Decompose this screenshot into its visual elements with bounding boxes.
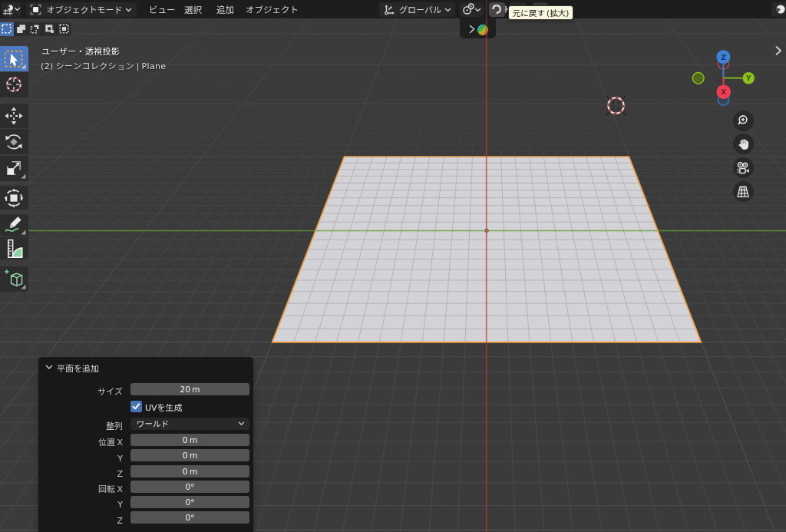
align-value: ワールド bbox=[137, 418, 169, 429]
menu-select[interactable]: 選択 bbox=[184, 0, 202, 18]
expand-right-icon[interactable] bbox=[468, 25, 476, 34]
tool-rotate[interactable] bbox=[0, 129, 28, 154]
location-x-label: 位置 X bbox=[38, 435, 123, 448]
transform-orientation-icon bbox=[384, 4, 395, 15]
material-preview-sphere-icon bbox=[477, 24, 489, 36]
gizmo-z-label: Z bbox=[721, 54, 726, 61]
generate-uv-checkbox[interactable] bbox=[130, 401, 142, 412]
context-path-label: (2) シーンコレクション | Plane bbox=[41, 59, 166, 72]
subtool-corner-mark bbox=[21, 173, 26, 179]
magnet-icon bbox=[490, 3, 503, 15]
nav-camera-button[interactable] bbox=[733, 157, 754, 178]
header-right-partial-button[interactable] bbox=[771, 2, 786, 17]
editor-type-button[interactable] bbox=[2, 2, 22, 17]
tool-select-box[interactable] bbox=[0, 46, 28, 71]
generate-uv-row: UVを生成 bbox=[130, 401, 183, 413]
select-mode-intersect[interactable] bbox=[57, 22, 71, 37]
select-extend-icon bbox=[16, 24, 26, 34]
axis-neg-y-ball[interactable] bbox=[692, 72, 704, 84]
location-x-field[interactable]: 0 m bbox=[130, 434, 249, 446]
panel-header[interactable]: 平面を追加 bbox=[45, 362, 99, 374]
chevron-down-icon bbox=[444, 8, 451, 12]
nav-pan-button[interactable] bbox=[733, 134, 754, 154]
select-mode-options bbox=[0, 22, 71, 37]
object-mode-icon bbox=[30, 4, 41, 15]
tooltip-text: 元に戻す (拡大) bbox=[513, 7, 570, 18]
menu-view[interactable]: ビュー bbox=[149, 0, 176, 18]
pivot-point-icon bbox=[462, 3, 474, 15]
gizmo-y-label: Y bbox=[745, 74, 751, 82]
tool-transform[interactable] bbox=[0, 186, 28, 210]
transform-orientation-dropdown[interactable]: グローバル bbox=[379, 2, 455, 17]
tool-add-cube[interactable] bbox=[0, 266, 28, 292]
select-subtract-icon bbox=[30, 24, 40, 34]
chevron-down-icon bbox=[474, 8, 481, 12]
size-label: サイズ bbox=[38, 385, 123, 397]
subtool-corner-mark bbox=[21, 230, 26, 235]
select-mode-extend[interactable] bbox=[15, 22, 29, 37]
subtool-corner-mark bbox=[21, 284, 26, 289]
menu-add[interactable]: 追加 bbox=[216, 0, 234, 18]
camera-icon bbox=[735, 160, 751, 176]
location-z-label: Z bbox=[38, 467, 123, 479]
align-label: 整列 bbox=[38, 419, 123, 431]
operator-panel-add-plane: 平面を追加 サイズ 20 m UVを生成 整列 ワールド 位置 X 0 m Y … bbox=[38, 357, 253, 532]
blender-window: オブジェクトモード ビュー 選択 追加 オブジェクト グローバル bbox=[0, 0, 786, 532]
mode-selector[interactable]: オブジェクトモード bbox=[26, 2, 137, 17]
generate-uv-label: UVを生成 bbox=[145, 401, 183, 413]
rotation-y-label: Y bbox=[38, 497, 123, 510]
navigation-axis-gizmo[interactable]: Z Y X bbox=[685, 41, 762, 111]
sidebar-expand-icon[interactable] bbox=[774, 45, 783, 56]
nav-perspective-button[interactable] bbox=[733, 181, 754, 202]
mode-label: オブジェクトモード bbox=[47, 2, 123, 17]
measure-tool-icon bbox=[3, 238, 25, 259]
zoom-icon bbox=[736, 114, 750, 127]
rotation-x-label: 回転 X bbox=[38, 482, 123, 494]
perspective-grid-icon bbox=[735, 184, 751, 200]
rotate-tool-icon bbox=[3, 131, 25, 153]
pivot-point-dropdown[interactable] bbox=[460, 2, 484, 17]
panel-collapse-icon bbox=[45, 365, 53, 370]
rotation-y-field[interactable]: 0° bbox=[130, 496, 249, 508]
location-z-field[interactable]: 0 m bbox=[130, 465, 249, 477]
select-mode-invert[interactable] bbox=[43, 22, 58, 37]
panel-title: 平面を追加 bbox=[57, 362, 99, 374]
tooltip: 元に戻す (拡大) bbox=[508, 5, 573, 20]
chevron-down-icon bbox=[238, 421, 245, 426]
rotation-z-field[interactable]: 0° bbox=[130, 511, 249, 524]
cursor-3d bbox=[600, 90, 632, 122]
subtool-corner-mark bbox=[21, 64, 26, 69]
menu-object[interactable]: オブジェクト bbox=[246, 0, 299, 18]
select-intersect-icon bbox=[59, 24, 69, 34]
checkmark-icon bbox=[130, 401, 142, 412]
tool-move[interactable] bbox=[0, 104, 28, 129]
tool-annotate[interactable] bbox=[0, 214, 28, 237]
shading-sphere-partial-icon bbox=[774, 3, 786, 15]
select-set-icon bbox=[2, 24, 12, 34]
cursor-tool-icon bbox=[3, 74, 25, 95]
transform-tool-icon bbox=[3, 187, 25, 209]
viewport-header: オブジェクトモード ビュー 選択 追加 オブジェクト グローバル bbox=[0, 0, 786, 18]
view-name-label: ユーザー・透視投影 bbox=[41, 45, 120, 57]
select-mode-set[interactable] bbox=[0, 22, 15, 37]
rotation-x-field[interactable]: 0° bbox=[130, 481, 249, 493]
location-y-field[interactable]: 0 m bbox=[130, 449, 249, 461]
gizmo-x-label: X bbox=[721, 88, 726, 96]
tool-cursor[interactable] bbox=[0, 72, 28, 98]
snap-toggle-button[interactable] bbox=[489, 2, 505, 17]
chevron-down-icon bbox=[14, 7, 21, 12]
nav-zoom-button[interactable] bbox=[733, 111, 754, 131]
location-y-label: Y bbox=[38, 451, 123, 464]
select-mode-subtract[interactable] bbox=[28, 22, 43, 37]
align-dropdown[interactable]: ワールド bbox=[130, 418, 249, 431]
collapsed-header-tab[interactable] bbox=[460, 18, 496, 38]
tool-measure[interactable] bbox=[0, 237, 28, 259]
hand-icon bbox=[736, 137, 750, 151]
chevron-down-icon bbox=[125, 8, 132, 12]
object-origin-dot bbox=[485, 229, 488, 232]
tool-scale[interactable] bbox=[0, 156, 28, 182]
size-field[interactable]: 20 m bbox=[130, 383, 249, 395]
select-invert-icon bbox=[45, 24, 54, 34]
editor-3d-viewport-icon bbox=[2, 4, 14, 15]
move-tool-icon bbox=[3, 105, 25, 127]
